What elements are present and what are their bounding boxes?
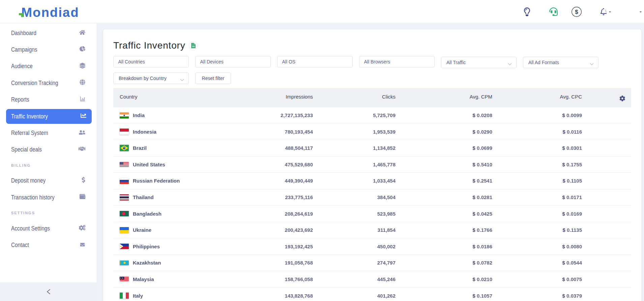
svg-text:$: $ — [575, 9, 578, 15]
svg-text:csv: csv — [192, 46, 195, 47]
svg-text:Mondiad: Mondiad — [21, 5, 79, 19]
